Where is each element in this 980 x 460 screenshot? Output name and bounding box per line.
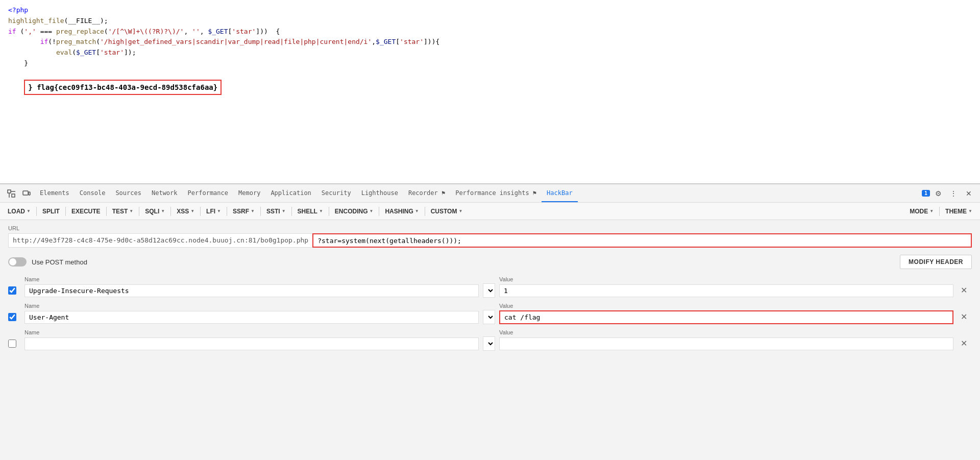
hackbar-xss-btn[interactable]: XSS ▼ [173,206,198,216]
settings-icon[interactable]: ⚙ [931,186,945,201]
hackbar-sep-7 [227,207,227,216]
tab-lighthouse[interactable]: Lighthouse [356,184,403,202]
header-1-dropdown[interactable]: ▼ [483,283,495,298]
url-left-part: http://49e3f728-c4c8-475e-9d0c-a58d12ac6… [8,233,312,248]
hackbar-hashing-btn[interactable]: HASHING ▼ [381,206,422,216]
hackbar-sep-2 [65,207,66,216]
header-2-value-input[interactable] [499,310,953,324]
hackbar-encoding-btn[interactable]: ENCODING ▼ [331,206,377,216]
hackbar-ssti-btn[interactable]: SSTI ▼ [263,206,289,216]
header-3-value-input[interactable] [499,337,953,350]
tab-memory[interactable]: Memory [233,184,265,202]
code-line-flag: } flag{cec09f13-bc48-403a-9ecd-89d538cfa… [8,69,972,106]
url-right-input[interactable] [312,233,972,248]
tab-performance[interactable]: Performance [183,184,233,202]
svg-rect-4 [23,191,28,195]
post-method-row: Use POST method MODIFY HEADER [0,251,980,273]
header-3-name-input[interactable] [24,337,479,350]
devtools-tabbar: Elements Console Sources Network Perform… [0,184,980,203]
code-line-2: highlight_file(__FILE__); [8,16,972,27]
hackbar-sep-5 [170,207,171,216]
header-1-value-input[interactable] [499,284,953,297]
tab-console[interactable]: Console [75,184,111,202]
hackbar-sep-12 [425,207,425,216]
header-name-label-2: Name [24,303,479,309]
hackbar-theme-btn[interactable]: THEME ▼ [942,206,976,216]
code-line-5: eval($_GET['star']); [8,47,972,58]
tab-security[interactable]: Security [316,184,356,202]
tab-recorder[interactable]: Recorder ⚑ [403,184,450,202]
headers-section: Name Value ▼ ✕ Name Value [0,273,980,460]
hackbar-sep-10 [329,207,329,216]
code-line-4: if(!preg_match('/high|get_defined_vars|s… [8,37,972,47]
hackbar-sep-13 [939,207,940,216]
header-2-name-input[interactable] [24,311,479,324]
header-3-dropdown[interactable]: ▼ [483,336,495,351]
hackbar-split-btn[interactable]: SPLIT [39,206,63,216]
hackbar-sep-8 [260,207,261,216]
header-value-label-3: Value [499,329,953,335]
header-2-checkbox[interactable] [8,313,16,321]
header-3-remove-btn[interactable]: ✕ [958,337,970,350]
header-row-2: ▼ ✕ [8,310,972,324]
code-line-6: } [8,58,972,69]
svg-rect-1 [12,194,15,197]
svg-rect-0 [8,190,11,193]
notification-badge: 1 [922,190,930,197]
tab-network[interactable]: Network [146,184,183,202]
hackbar-sep-4 [139,207,139,216]
hackbar-lfi-btn[interactable]: LFI ▼ [203,206,225,216]
header-1-remove-btn[interactable]: ✕ [958,284,970,297]
url-container: http://49e3f728-c4c8-475e-9d0c-a58d12ac6… [8,233,972,248]
device-toolbar-icon[interactable] [19,186,34,201]
hackbar-shell-btn[interactable]: SHELL ▼ [294,206,327,216]
svg-rect-5 [29,192,30,195]
tab-performance-insights[interactable]: Performance insights ⚑ [450,184,542,202]
tab-hackbar[interactable]: HackBar [542,184,578,202]
flag-value: } flag{cec09f13-bc48-403a-9ecd-89d538cfa… [24,80,222,95]
hackbar-sep-9 [291,207,292,216]
modify-header-button[interactable]: MODIFY HEADER [900,255,972,269]
header-row-3: ▼ ✕ [8,336,972,351]
hackbar-test-btn[interactable]: TEST ▼ [109,206,137,216]
hackbar-sep-1 [36,207,37,216]
tab-application[interactable]: Application [265,184,316,202]
url-label: URL [8,225,972,231]
url-section: URL http://49e3f728-c4c8-475e-9d0c-a58d1… [0,220,980,251]
hackbar-custom-btn[interactable]: CUSTOM ▼ [427,206,467,216]
hackbar-sep-3 [106,207,107,216]
post-method-toggle[interactable] [8,257,27,267]
header-name-label-3: Name [24,329,479,335]
header-labels-row-2: Name Value [8,303,972,309]
toggle-slider [8,257,27,267]
code-line-1: <?php [8,5,972,16]
header-1-checkbox[interactable] [8,286,16,295]
devtools-right-icons: 1 ⚙ ⋮ ✕ [922,186,976,201]
tab-sources[interactable]: Sources [110,184,146,202]
header-value-label-1: Value [499,276,953,282]
close-devtools-icon[interactable]: ✕ [962,186,976,201]
inspect-element-icon[interactable] [4,186,18,201]
hackbar-sep-6 [200,207,201,216]
code-line-3: if (',' === preg_replace('/[^\W]+\((?R)?… [8,27,972,37]
hackbar-ssrf-btn[interactable]: SSRF ▼ [229,206,258,216]
header-row-1: ▼ ✕ [8,283,972,298]
hackbar-mode-btn[interactable]: MODE ▼ [906,206,937,216]
hackbar-load-btn[interactable]: LOAD ▼ [4,206,34,216]
header-2-remove-btn[interactable]: ✕ [958,311,970,323]
post-method-label: Use POST method [32,258,87,266]
header-3-checkbox[interactable] [8,340,16,348]
devtools-panel: Elements Console Sources Network Perform… [0,184,980,460]
header-2-dropdown[interactable]: ▼ [483,310,495,324]
hackbar-sep-11 [379,207,379,216]
hackbar-sqli-btn[interactable]: SQLI ▼ [141,206,168,216]
header-1-name-input[interactable] [24,284,479,297]
hackbar-execute-btn[interactable]: EXECUTE [68,206,104,216]
hackbar-toolbar: LOAD ▼ SPLIT EXECUTE TEST ▼ SQLI ▼ XSS ▼… [0,203,980,220]
tab-elements[interactable]: Elements [35,184,75,202]
header-labels-row-1: Name Value [8,276,972,282]
code-display: <?php highlight_file(__FILE__); if (',' … [0,0,980,184]
devtools-tabs-container: Elements Console Sources Network Perform… [35,184,921,202]
more-options-icon[interactable]: ⋮ [946,186,961,201]
header-value-label-2: Value [499,303,953,309]
